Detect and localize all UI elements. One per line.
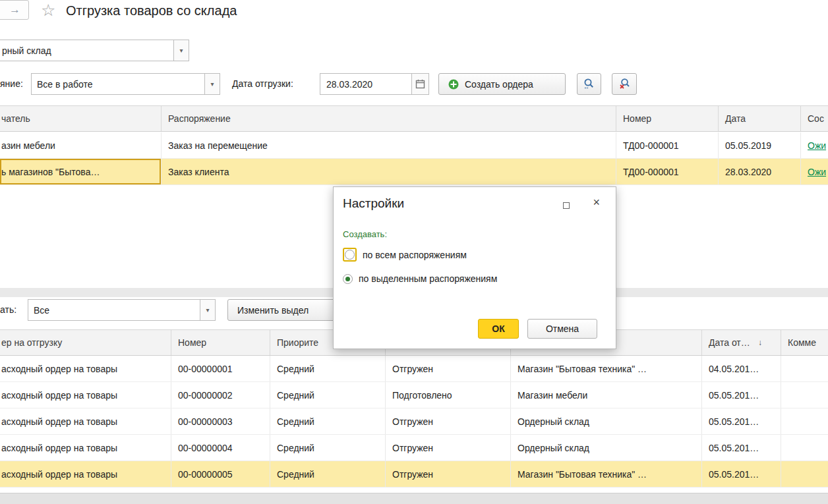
- show-filter-field[interactable]: Все: [28, 299, 216, 321]
- cell-state[interactable]: Отгружен: [386, 408, 511, 434]
- cell-order[interactable]: Заказ клиента: [162, 159, 616, 184]
- orders-table-header: чатель Распоряжение Номер Дата Сос: [0, 105, 828, 132]
- column-header-order-type[interactable]: ер на отгрузку: [0, 330, 171, 355]
- cell-number[interactable]: 00-00000002: [171, 382, 270, 408]
- state-dropdown-button[interactable]: [204, 74, 220, 94]
- cell-recipient[interactable]: Магазин мебели: [511, 382, 702, 408]
- cell-number[interactable]: 00-00000001: [171, 356, 270, 381]
- cell-order-type[interactable]: асходный ордер на товары: [0, 408, 171, 434]
- cell-priority[interactable]: Средний: [270, 382, 386, 408]
- cell-recipient[interactable]: Магазин "Бытовая техника" …: [511, 356, 702, 381]
- shipment-row[interactable]: асходный ордер на товары 00-00000004 Сре…: [0, 435, 828, 461]
- cell-recipient[interactable]: Ордерный склад: [511, 408, 702, 434]
- forward-button[interactable]: [0, 0, 29, 20]
- shipment-row[interactable]: асходный ордер на товары 00-00000003 Сре…: [0, 408, 828, 435]
- cell-number[interactable]: 00-00000005: [171, 461, 270, 487]
- warehouse-dropdown-button[interactable]: [173, 40, 189, 61]
- cancel-button[interactable]: Отмена: [527, 319, 597, 339]
- order-row[interactable]: азин мебели Заказ на перемещение ТД00-00…: [0, 132, 828, 159]
- cell-recipient[interactable]: азин мебели: [0, 132, 162, 158]
- cell-number[interactable]: ТД00-000001: [616, 159, 719, 184]
- cell-state[interactable]: Отгружен: [386, 435, 511, 461]
- cell-number[interactable]: 00-00000004: [171, 435, 270, 461]
- column-header-date[interactable]: Дата: [719, 106, 801, 131]
- shipment-row[interactable]: асходный ордер на товары 00-00000001 Сре…: [0, 356, 828, 382]
- cell-priority[interactable]: Средний: [270, 408, 386, 434]
- cell-number[interactable]: ТД00-000001: [616, 132, 719, 158]
- cell-comment[interactable]: [781, 356, 828, 381]
- state-filter-value[interactable]: Все в работе: [32, 74, 204, 94]
- ship-date-value[interactable]: 28.03.2020: [320, 74, 411, 94]
- order-row-selected[interactable]: ь магазинов "Бытова… Заказ клиента ТД00-…: [0, 159, 828, 185]
- cell-state[interactable]: Ожи: [801, 132, 828, 158]
- cell-order-type[interactable]: асходный ордер на товары: [0, 356, 171, 381]
- cancel-search-button[interactable]: [612, 73, 637, 95]
- show-dropdown-button[interactable]: [200, 300, 215, 320]
- cell-comment[interactable]: [781, 382, 828, 408]
- column-header-comment[interactable]: Комме: [781, 330, 828, 355]
- search-icon: [583, 78, 595, 90]
- change-selected-label: Изменить выдел: [237, 305, 309, 316]
- forward-arrow-icon: [9, 3, 20, 16]
- shipment-row-selected[interactable]: асходный ордер на товары 00-00000005 Сре…: [0, 461, 828, 488]
- cell-ship-date[interactable]: 05.05.201…: [702, 408, 781, 434]
- cell-state[interactable]: Отгружен: [386, 461, 511, 487]
- ship-date-field[interactable]: 28.03.2020: [320, 73, 429, 95]
- cell-order[interactable]: Заказ на перемещение: [162, 132, 616, 158]
- column-header-number[interactable]: Номер: [171, 330, 270, 355]
- sort-descending-icon[interactable]: ↓: [758, 338, 762, 347]
- radio-unchecked-icon[interactable]: [345, 250, 355, 260]
- cell-date[interactable]: 28.03.2020: [719, 159, 801, 184]
- settings-dialog: Настройки Создавать: по всем распоряжени…: [333, 186, 616, 349]
- cell-state[interactable]: Подготовлено: [386, 382, 511, 408]
- favorite-star-icon[interactable]: [41, 0, 59, 20]
- close-icon[interactable]: [593, 196, 600, 210]
- column-header-number[interactable]: Номер: [616, 106, 719, 131]
- ship-date-label: Дата отгрузки:: [232, 73, 293, 95]
- dialog-buttons: ОК Отмена: [478, 319, 597, 339]
- create-orders-button[interactable]: Создать ордера: [438, 73, 566, 95]
- column-header-state[interactable]: Сос: [801, 106, 828, 131]
- horizontal-scrollbar-area[interactable]: [0, 493, 828, 504]
- cancel-search-icon: [618, 78, 631, 90]
- calendar-icon: [415, 79, 425, 89]
- cell-order-type[interactable]: асходный ордер на товары: [0, 435, 171, 461]
- warehouse-value[interactable]: рный склад: [0, 40, 173, 61]
- cell-state[interactable]: Отгружен: [386, 356, 511, 381]
- cell-priority[interactable]: Средний: [270, 461, 386, 487]
- column-header-ship-date[interactable]: Дата от… ↓: [702, 330, 781, 355]
- cell-priority[interactable]: Средний: [270, 435, 386, 461]
- cell-number[interactable]: 00-00000003: [171, 408, 270, 434]
- state-filter-field[interactable]: Все в работе: [31, 73, 220, 95]
- search-button[interactable]: [577, 73, 601, 95]
- cell-recipient-focused[interactable]: ь магазинов "Бытова…: [0, 159, 162, 184]
- cell-order-type[interactable]: асходный ордер на товары: [0, 461, 171, 487]
- cell-ship-date[interactable]: 05.05.201…: [702, 461, 781, 487]
- shipment-row[interactable]: асходный ордер на товары 00-00000002 Сре…: [0, 382, 828, 408]
- cell-ship-date[interactable]: 05.05.201…: [702, 382, 781, 408]
- cell-priority[interactable]: Средний: [270, 356, 386, 381]
- warehouse-field[interactable]: рный склад: [0, 40, 189, 61]
- radio-option-all-orders[interactable]: по всем распоряжениям: [343, 248, 467, 262]
- cell-ship-date[interactable]: 04.05.201…: [702, 356, 781, 381]
- radio-option-selected-orders[interactable]: по выделенным распоряжениям: [343, 273, 497, 284]
- cell-recipient[interactable]: Магазин "Бытовая техника" …: [511, 461, 702, 487]
- radio-checked-icon[interactable]: [343, 274, 353, 284]
- column-header-recipient[interactable]: чатель: [0, 106, 162, 131]
- cell-comment[interactable]: [781, 408, 828, 434]
- calendar-button[interactable]: [411, 74, 429, 94]
- order-state-link[interactable]: Ожи: [808, 140, 826, 151]
- cell-ship-date[interactable]: 05.05.201…: [702, 435, 781, 461]
- restore-window-icon[interactable]: [563, 202, 570, 209]
- cell-date[interactable]: 05.05.2019: [719, 132, 801, 158]
- cell-comment[interactable]: [781, 461, 828, 487]
- show-filter-value[interactable]: Все: [28, 300, 200, 320]
- cell-order-type[interactable]: асходный ордер на товары: [0, 382, 171, 408]
- dialog-title: Настройки: [343, 196, 404, 211]
- cell-state[interactable]: Ожи: [801, 159, 828, 184]
- ok-button[interactable]: ОК: [478, 319, 519, 339]
- column-header-order[interactable]: Распоряжение: [162, 106, 616, 131]
- order-state-link[interactable]: Ожи: [808, 167, 826, 177]
- cell-comment[interactable]: [781, 435, 828, 461]
- cell-recipient[interactable]: Ордерный склад: [511, 435, 702, 461]
